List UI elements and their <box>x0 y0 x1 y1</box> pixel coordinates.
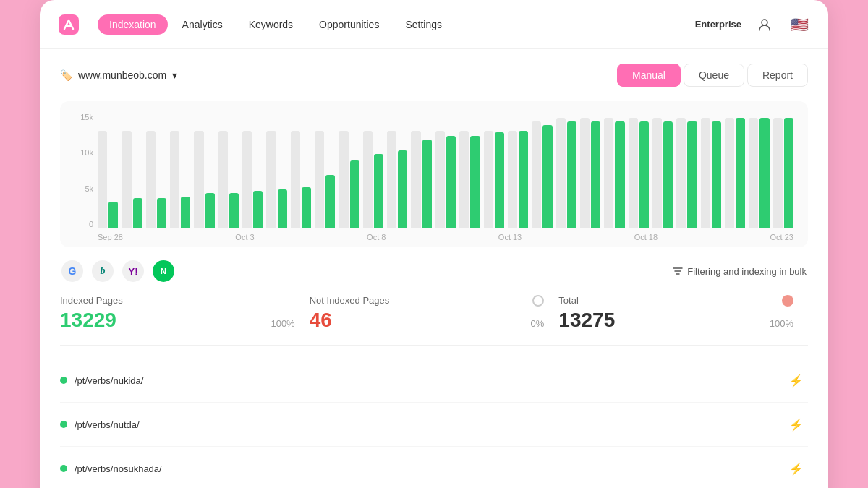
bar-green-19 <box>567 121 576 228</box>
bar-green-8 <box>302 187 311 228</box>
bar-green-1 <box>133 198 142 228</box>
x-label-oct3: Oct 3 <box>235 233 254 241</box>
bar-group-5 <box>218 131 239 228</box>
bar-green-21 <box>615 121 624 228</box>
bar-group-22 <box>629 118 649 228</box>
bar-gray-25 <box>701 118 710 228</box>
bar-green-18 <box>542 125 552 228</box>
naver-icon[interactable]: N <box>153 260 174 282</box>
bar-gray-6 <box>242 131 252 228</box>
bar-group-6 <box>242 131 263 228</box>
bulk-filter-label: Filtering and indexing in bulk <box>687 266 807 277</box>
bar-gray-22 <box>629 118 638 228</box>
bar-group-13 <box>411 131 431 228</box>
user-icon[interactable] <box>753 13 776 36</box>
bar-gray-15 <box>459 131 469 228</box>
bar-group-12 <box>387 131 407 228</box>
bar-group-28 <box>773 118 793 228</box>
bar-green-9 <box>326 175 335 228</box>
bar-green-15 <box>470 136 480 228</box>
bar-gray-7 <box>266 131 276 228</box>
bar-gray-5 <box>218 131 228 228</box>
bar-group-10 <box>339 131 359 228</box>
google-icon[interactable]: G <box>61 260 83 282</box>
chart-x-labels: Sep 28 Oct 3 Oct 8 Oct 13 Oct 18 Oct 23 <box>75 233 793 241</box>
x-label-oct13: Oct 13 <box>498 233 522 241</box>
tab-report[interactable]: Report <box>747 64 808 87</box>
url-left-1: /pt/verbs/nutda/ <box>60 419 140 430</box>
bar-group-19 <box>556 118 576 228</box>
bar-group-8 <box>291 131 311 228</box>
stat-indexed: Indexed Pages 13229 100% <box>60 295 310 332</box>
bar-green-10 <box>350 160 359 228</box>
bar-group-24 <box>676 118 697 228</box>
url-list: /pt/verbs/nukida/ ⚡ /pt/verbs/nutda/ ⚡ /… <box>60 359 808 488</box>
bar-group-25 <box>701 118 721 228</box>
url-text-0: /pt/verbs/nukida/ <box>75 375 143 386</box>
bar-gray-13 <box>411 131 420 228</box>
bar-gray-3 <box>170 131 179 228</box>
lightning-btn-2[interactable]: ⚡ <box>785 457 808 480</box>
bar-gray-28 <box>773 118 783 228</box>
not-indexed-value: 46 <box>310 309 332 332</box>
bar-green-26 <box>736 118 745 228</box>
url-item-2: /pt/verbs/nosukhada/ ⚡ <box>60 447 808 488</box>
url-left-0: /pt/verbs/nukida/ <box>60 375 143 386</box>
indexed-label: Indexed Pages <box>60 295 295 306</box>
bar-group-7 <box>266 131 286 228</box>
bar-gray-16 <box>484 131 493 228</box>
bar-group-14 <box>435 131 456 228</box>
tab-queue[interactable]: Queue <box>684 64 744 87</box>
url-item-1: /pt/verbs/nutda/ ⚡ <box>60 403 808 447</box>
svg-rect-0 <box>59 14 79 35</box>
bulk-filter-button[interactable]: Filtering and indexing in bulk <box>673 266 807 277</box>
nav-item-indexation[interactable]: Indexation <box>98 14 168 35</box>
yahoo-icon[interactable]: Y! <box>122 260 144 282</box>
bar-gray-10 <box>339 131 348 228</box>
view-tabs: Manual Queue Report <box>617 64 808 87</box>
tab-manual[interactable]: Manual <box>617 64 681 87</box>
url-status-dot-0 <box>60 377 67 384</box>
chart-wrapper: 15k 10k 5k 0 Sep 28 Oct 3 Oct 8 Oct 13 O… <box>75 113 793 241</box>
chart-bars <box>98 113 793 228</box>
app-logo[interactable] <box>57 13 80 36</box>
indexed-pct: 100% <box>271 318 294 329</box>
not-indexed-pct: 0% <box>531 318 545 329</box>
lightning-btn-0[interactable]: ⚡ <box>785 369 808 392</box>
bar-gray-17 <box>508 131 517 228</box>
x-label-oct8: Oct 8 <box>367 233 386 241</box>
bar-green-17 <box>519 131 528 228</box>
nav-items: Indexation Analytics Keywords Opportunit… <box>98 14 689 35</box>
url-status-dot-2 <box>60 465 67 472</box>
bar-gray-2 <box>146 131 156 228</box>
y-label-10k: 10k <box>75 148 93 157</box>
site-icon: 🏷️ <box>60 69 72 81</box>
bar-gray-1 <box>122 131 131 228</box>
lightning-btn-1[interactable]: ⚡ <box>785 413 808 436</box>
bar-group-15 <box>459 131 480 228</box>
flag-icon[interactable]: 🇺🇸 <box>788 13 811 36</box>
bar-gray-0 <box>98 131 107 228</box>
nav-item-analytics[interactable]: Analytics <box>171 14 234 35</box>
bar-green-16 <box>495 132 504 228</box>
bing-icon[interactable]: b <box>92 260 114 282</box>
nav-item-settings[interactable]: Settings <box>393 14 454 35</box>
stat-total: Total 13275 100% <box>558 295 808 332</box>
bar-group-9 <box>315 131 335 228</box>
bar-gray-11 <box>363 131 373 228</box>
bar-green-11 <box>374 154 383 228</box>
bar-gray-19 <box>556 118 566 228</box>
bar-group-0 <box>98 131 118 228</box>
nav-right: Enterprise 🇺🇸 <box>695 13 811 36</box>
stats-row: Indexed Pages 13229 100% Not Indexed Pag… <box>60 295 808 346</box>
bar-gray-9 <box>315 131 324 228</box>
nav-item-keywords[interactable]: Keywords <box>237 14 305 35</box>
bar-group-18 <box>532 121 552 228</box>
nav-item-opportunities[interactable]: Opportunities <box>307 14 391 35</box>
site-selector[interactable]: 🏷️ www.munbeob.com ▾ <box>60 69 177 81</box>
bar-group-27 <box>749 118 769 228</box>
url-text-2: /pt/verbs/nosukhada/ <box>75 463 162 474</box>
url-text-1: /pt/verbs/nutda/ <box>75 419 140 430</box>
bar-green-28 <box>784 118 793 228</box>
bar-group-2 <box>146 131 166 228</box>
